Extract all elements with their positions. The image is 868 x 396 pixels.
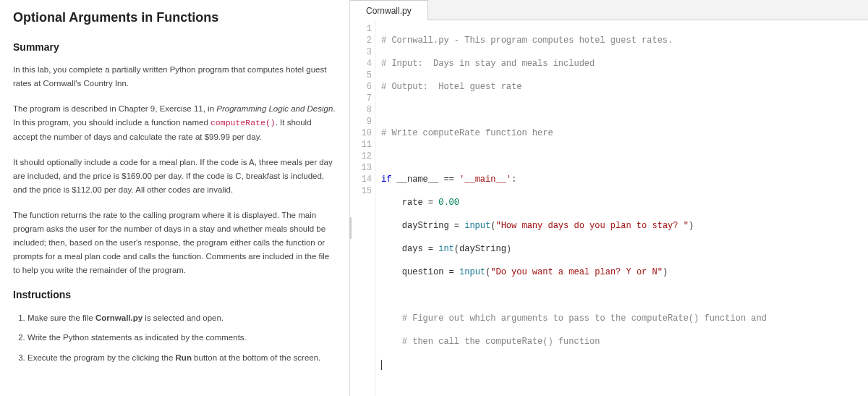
code-content[interactable]: # Cornwall.py - This program computes ho… [375,20,868,396]
gutter-line: 15 [357,185,372,197]
tab-bar: Cornwall.py [350,0,868,20]
token: : [511,174,516,185]
text-run: Make sure the file [27,313,95,322]
gutter: 123456789101112131415 [350,20,375,396]
token: question = [381,267,459,277]
gutter-line: 6 [357,81,372,93]
page-title: Optional Arguments in Functions [13,10,336,25]
gutter-line: 3 [357,46,372,58]
filename: Cornwall.py [95,313,142,322]
token-comment: # Write computeRate function here [381,128,553,138]
code-line[interactable]: # Figure out which arguments to pass to … [381,313,862,324]
gutter-line: 5 [357,69,372,81]
token-string: "How many days do you plan to stay? " [495,221,688,231]
token: rate = [381,198,438,208]
code-line[interactable]: # Input: Days in stay and meals included [381,58,862,69]
code-line[interactable] [381,151,862,162]
token-comment: # Output: Hotel guest rate [381,82,522,92]
gutter-line: 2 [357,35,372,46]
token: __name__ == [391,174,459,185]
token: dayString = [381,221,464,231]
gutter-line: 7 [357,93,372,104]
token-builtin: input [459,267,485,277]
code-line[interactable]: # then call the computeRate() function [381,336,862,347]
token-number: 0.00 [438,198,459,208]
token: days = [381,244,438,254]
summary-para-4: The function returns the rate to the cal… [13,208,336,277]
summary-para-2: The program is described in Chapter 9, E… [13,102,336,144]
code-line[interactable]: if __name__ == '__main__': [381,174,862,185]
instructions-panel: Optional Arguments in Functions Summary … [0,0,350,396]
code-line[interactable]: dayString = input("How many days do you … [381,220,862,232]
text-run: In this lab, you complete a partially wr… [13,65,326,88]
code-line[interactable]: # Cornwall.py - This program computes ho… [381,35,862,46]
gutter-line: 8 [357,104,372,116]
tab-cornwall[interactable]: Cornwall.py [350,0,428,20]
gutter-line: 13 [357,162,372,174]
code-line[interactable]: # Write computeRate function here [381,127,862,139]
token-string: "Do you want a meal plan? Y or N" [490,267,663,277]
editor-panel: Cornwall.py 123456789101112131415 # Corn… [350,0,868,396]
gutter-line: 1 [357,23,372,35]
text-run: button at the bottom of the screen. [192,353,320,362]
summary-heading: Summary [13,41,336,53]
text-run: is selected and open. [142,313,224,322]
text-run: The program is described in Chapter 9, E… [13,104,216,113]
code-line[interactable] [381,104,862,116]
instructions-heading: Instructions [13,289,336,300]
token: (dayString) [454,244,511,254]
token: ) [689,221,694,231]
text-run: Execute the program by the clicking the [27,353,176,362]
resize-handle[interactable] [349,217,352,239]
token-string: '__main__' [459,174,511,185]
token-comment: # then call the computeRate() function [381,337,600,347]
code-line[interactable]: days = int(dayString) [381,243,862,255]
token-comment: # Figure out which arguments to pass to … [381,313,767,324]
gutter-line: 4 [357,58,372,69]
code-line[interactable]: # Output: Hotel guest rate [381,81,862,93]
instruction-item: Make sure the file Cornwall.py is select… [27,311,336,327]
gutter-line: 12 [357,151,372,162]
instruction-item: Execute the program by the clicking the … [27,350,336,366]
code-editor[interactable]: 123456789101112131415 # Cornwall.py - Th… [350,20,868,396]
code-line[interactable]: question = input("Do you want a meal pla… [381,266,862,278]
code-line[interactable]: rate = 0.00 [381,197,862,208]
token-comment: # Cornwall.py - This program computes ho… [381,35,673,46]
token-builtin: int [438,244,454,254]
instructions-list: Make sure the file Cornwall.py is select… [13,311,336,367]
summary-para-1: In this lab, you complete a partially wr… [13,63,336,90]
instruction-item: Write the Python statements as indicated… [27,330,336,346]
code-line[interactable] [381,359,862,371]
cursor [381,360,382,370]
gutter-line: 9 [357,116,372,127]
token-keyword: if [381,174,391,185]
run-label: Run [176,353,192,362]
summary-para-3: It should optionally include a code for … [13,156,336,197]
code-line[interactable] [381,290,862,301]
token-builtin: input [464,221,490,231]
gutter-line: 14 [357,174,372,185]
code-inline: computeRate() [210,118,276,127]
book-title: Programming Logic and Design [216,104,333,113]
gutter-line: 11 [357,139,372,151]
token-comment: # Input: Days in stay and meals included [381,59,595,69]
token: ) [663,267,668,277]
gutter-line: 10 [357,127,372,139]
